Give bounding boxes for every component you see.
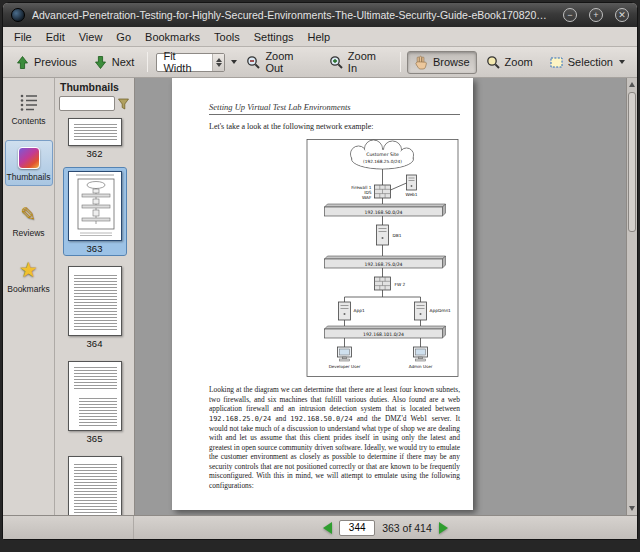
thumbnail-number: 363	[64, 243, 126, 254]
zoom-tool-label: Zoom	[505, 56, 533, 68]
menu-settings[interactable]: Settings	[247, 29, 301, 45]
zoom-mode-dropdown-icon[interactable]	[231, 60, 237, 64]
vertical-scrollbar[interactable]	[626, 78, 637, 515]
previous-page-button[interactable]: Previous	[8, 51, 84, 74]
toolbar-separator	[147, 52, 148, 72]
svg-text:192.168.75.0/24: 192.168.75.0/24	[364, 262, 402, 267]
svg-text:Developer User: Developer User	[329, 364, 361, 369]
section-header: Setting Up Virtual Test Lab Environments	[209, 102, 460, 115]
page-navigation-bar: 363 of 414	[3, 515, 637, 539]
svg-text:192.168.50.0/24: 192.168.50.0/24	[364, 210, 402, 215]
thumbnails-panel: Thumbnails 362	[55, 78, 135, 515]
svg-text:App1: App1	[354, 308, 365, 313]
thumbnail-page-365[interactable]: 365	[64, 358, 126, 445]
menu-view[interactable]: View	[72, 29, 110, 45]
browse-tool-button[interactable]: Browse	[407, 51, 477, 74]
zoom-tool-button[interactable]: Zoom	[479, 51, 540, 74]
zoom-out-label: Zoom Out	[265, 50, 312, 74]
svg-text:AppDmn1: AppDmn1	[430, 308, 452, 313]
network-diagram: Customer Site (192.168.25.0/24)	[305, 139, 460, 377]
svg-text:192.168.101.0/24: 192.168.101.0/24	[363, 332, 404, 337]
thumbnail-page-362[interactable]: 362	[64, 115, 126, 160]
selection-rect-icon	[549, 55, 564, 70]
bookmarks-label: Bookmarks	[6, 284, 52, 294]
toolbar-separator	[400, 52, 401, 72]
contents-label: Contents	[6, 116, 52, 126]
menu-bookmarks[interactable]: Bookmarks	[138, 29, 207, 45]
previous-page-arrow[interactable]	[323, 522, 332, 534]
svg-text:FW 2: FW 2	[395, 282, 406, 287]
sidebar-item-contents[interactable]: Contents	[5, 84, 53, 130]
titlebar[interactable]: Advanced-Penetration-Testing-for-Highly-…	[3, 3, 637, 27]
okular-app-icon[interactable]	[11, 8, 25, 22]
menu-edit[interactable]: Edit	[39, 29, 72, 45]
contents-icon	[6, 89, 52, 115]
sidebar-item-thumbnails[interactable]: Thumbnails	[5, 140, 53, 186]
zoom-out-button[interactable]: Zoom Out	[239, 46, 319, 78]
arrow-down-icon	[93, 55, 108, 70]
menu-file[interactable]: File	[7, 29, 39, 45]
svg-text:WAF: WAF	[362, 195, 372, 200]
intro-text: Let's take a look at the following netwo…	[209, 122, 460, 131]
thumbnail-page-364[interactable]: 364	[64, 263, 126, 350]
thumbnail-filter-input[interactable]	[59, 96, 115, 111]
zoom-mode-spinner[interactable]	[212, 54, 225, 71]
app1-server-icon	[339, 302, 351, 320]
browse-label: Browse	[433, 56, 470, 68]
next-label: Next	[112, 56, 135, 68]
sidebar-item-reviews[interactable]: ✎ Reviews	[5, 196, 53, 242]
hand-icon	[414, 55, 429, 70]
star-icon: ★	[6, 257, 52, 283]
web1-server-icon	[407, 175, 417, 190]
pdf-page[interactable]: Setting Up Virtual Test Lab Environments…	[172, 78, 473, 510]
scroll-up-icon[interactable]	[629, 82, 635, 87]
svg-text:Admin User: Admin User	[409, 364, 433, 369]
appdmn1-server-icon	[415, 302, 427, 320]
thumbnail-number: 362	[64, 148, 126, 159]
page-count-label: 363 of 414	[382, 522, 432, 534]
body-paragraph: Looking at the diagram we can determine …	[209, 385, 460, 490]
thumbnail-number: 365	[64, 433, 126, 444]
svg-text:(192.168.25.0/24): (192.168.25.0/24)	[363, 159, 402, 164]
menubar: File Edit View Go Bookmarks Tools Settin…	[3, 27, 637, 47]
admin-user-icon	[414, 347, 428, 361]
maximize-button[interactable]: +	[589, 8, 603, 22]
filter-funnel-icon[interactable]	[118, 98, 129, 110]
zoom-in-button[interactable]: Zoom In	[322, 46, 394, 78]
zoom-mode-combobox[interactable]: Fit Width	[156, 53, 225, 72]
arrow-up-icon	[15, 55, 30, 70]
sidebar-item-bookmarks[interactable]: ★ Bookmarks	[5, 252, 53, 298]
zoom-in-label: Zoom In	[348, 50, 387, 74]
document-view[interactable]: Setting Up Virtual Test Lab Environments…	[135, 78, 637, 515]
minimize-button[interactable]: −	[563, 8, 577, 22]
next-page-button[interactable]: Next	[86, 51, 142, 74]
svg-text:Web1: Web1	[405, 192, 417, 197]
scroll-down-icon[interactable]	[629, 506, 635, 511]
thumbnail-page-363[interactable]: 363	[64, 168, 126, 255]
thumbnail-number: 364	[64, 338, 126, 349]
selection-dropdown-icon[interactable]	[619, 60, 625, 64]
thumbnail-page-partial[interactable]	[64, 453, 126, 515]
current-page-input[interactable]	[339, 520, 375, 536]
db1-server-icon	[377, 225, 389, 245]
selection-tool-button[interactable]: Selection	[542, 51, 632, 74]
menu-help[interactable]: Help	[301, 29, 338, 45]
vertical-scrollbar-thumb[interactable]	[628, 92, 636, 232]
magnifier-icon	[486, 55, 501, 70]
okular-window: Advanced-Penetration-Testing-for-Highly-…	[2, 2, 638, 540]
svg-text:DB1: DB1	[393, 233, 402, 238]
menu-go[interactable]: Go	[109, 29, 138, 45]
magnifier-plus-icon	[329, 55, 344, 70]
selection-label: Selection	[568, 56, 613, 68]
toolbar: Previous Next Fit Width Zoom Out	[3, 47, 637, 78]
thumbnails-icon	[6, 145, 52, 171]
firewall2-icon	[375, 277, 391, 290]
thumbnails-panel-title: Thumbnails	[55, 78, 134, 94]
developer-user-icon	[338, 347, 352, 361]
menu-tools[interactable]: Tools	[207, 29, 247, 45]
next-page-arrow[interactable]	[439, 522, 448, 534]
firewall1-icon	[375, 185, 391, 198]
svg-text:Customer Site: Customer Site	[366, 152, 399, 157]
close-button[interactable]: ✕	[615, 8, 629, 22]
magnifier-minus-icon	[246, 55, 261, 70]
